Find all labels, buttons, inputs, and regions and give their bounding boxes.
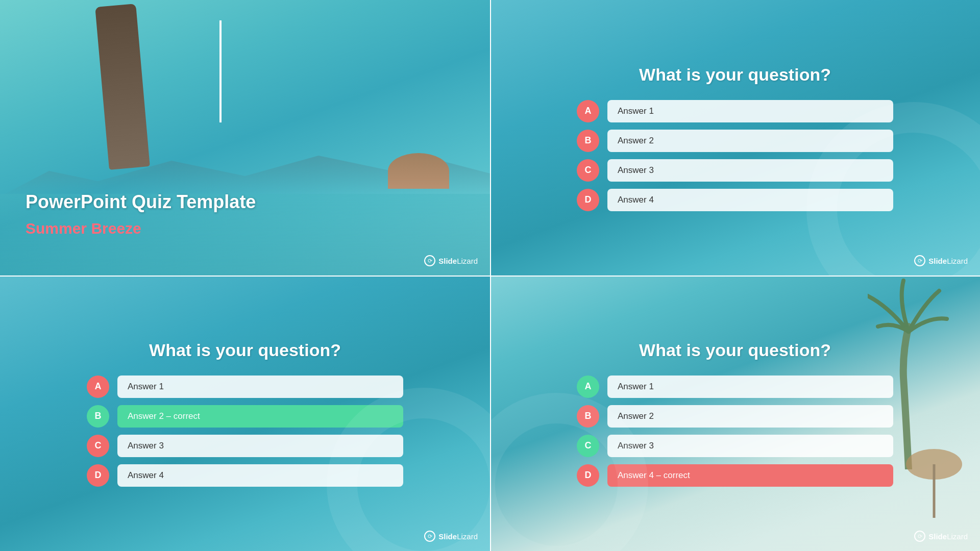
answer-box-4c: Answer 3 (607, 435, 893, 457)
answer-row-3a: A Answer 1 (87, 375, 403, 398)
badge-4b: B (577, 405, 599, 428)
logo-text-2: SlideLizard (928, 257, 968, 265)
badge-4d: D (577, 464, 599, 487)
palm-svg (868, 276, 949, 469)
answers-list-4: A Answer 1 B Answer 2 C Answer 3 D Answe… (577, 375, 893, 487)
answer-box-2c: Answer 3 (607, 159, 893, 182)
slide-subtitle: Summer Breeze (26, 220, 141, 237)
vertical-divider (490, 0, 491, 551)
answer-row-2b: B Answer 2 (577, 130, 893, 152)
beach-umbrella-decor (388, 153, 449, 189)
slide3-logo: ⟳ SlideLizard (424, 531, 478, 542)
boat-mast-decor (219, 20, 222, 122)
answer-box-3b: Answer 2 – correct (117, 405, 403, 428)
answer-box-3c: Answer 3 (117, 435, 403, 457)
badge-3a: A (87, 375, 109, 398)
answer-row-3d: D Answer 4 (87, 464, 403, 487)
answer-box-2b: Answer 2 (607, 130, 893, 152)
quiz-title-2: What is your question? (639, 65, 831, 85)
badge-3d: D (87, 464, 109, 487)
slide4-logo: ⟳ SlideLizard (914, 531, 968, 542)
answer-box-4a: Answer 1 (607, 375, 893, 398)
answer-row-2a: A Answer 1 (577, 100, 893, 122)
slide-2-quiz: What is your question? A Answer 1 B Answ… (490, 0, 980, 276)
answer-row-3c: C Answer 3 (87, 435, 403, 457)
badge-4c: C (577, 435, 599, 457)
badge-4a: A (577, 375, 599, 398)
badge-2b: B (577, 130, 599, 152)
slide2-logo: ⟳ SlideLizard (914, 255, 968, 266)
logo-icon-3: ⟳ (424, 531, 435, 542)
slide1-logo: ⟳ SlideLizard (424, 255, 478, 266)
logo-text: SlideLizard (438, 257, 478, 265)
slide-1-title: PowerPoint Quiz Template Summer Breeze ⟳… (0, 0, 490, 276)
logo-text-3: SlideLizard (438, 532, 478, 541)
answer-box-3d: Answer 4 (117, 464, 403, 487)
logo-icon: ⟳ (424, 255, 435, 266)
answer-box-2d: Answer 4 (607, 189, 893, 211)
slide-3-quiz: What is your question? A Answer 1 B Answ… (0, 276, 490, 551)
badge-3c: C (87, 435, 109, 457)
slide-title: PowerPoint Quiz Template (26, 190, 256, 214)
palm-tree-decor (95, 4, 150, 170)
badge-3b: B (87, 405, 109, 428)
quiz-title-3: What is your question? (149, 340, 341, 360)
logo-icon-4: ⟳ (914, 531, 925, 542)
answer-row-4d: D Answer 4 – correct (577, 464, 893, 487)
answers-list-3: A Answer 1 B Answer 2 – correct C Answer… (87, 375, 403, 487)
answer-box-4b: Answer 2 (607, 405, 893, 428)
badge-2d: D (577, 189, 599, 211)
beach-umbrella-svg (903, 444, 965, 520)
answer-row-2c: C Answer 3 (577, 159, 893, 182)
answer-box-4d: Answer 4 – correct (607, 464, 893, 487)
answer-box-3a: Answer 1 (117, 375, 403, 398)
answer-row-2d: D Answer 4 (577, 189, 893, 211)
quiz-title-4: What is your question? (639, 340, 831, 360)
slide-4-quiz: What is your question? A Answer 1 B Answ… (490, 276, 980, 551)
answer-row-3b: B Answer 2 – correct (87, 405, 403, 428)
answers-list-2: A Answer 1 B Answer 2 C Answer 3 D Answe… (577, 100, 893, 211)
answer-row-4a: A Answer 1 (577, 375, 893, 398)
logo-text-4: SlideLizard (928, 532, 968, 541)
answer-row-4b: B Answer 2 (577, 405, 893, 428)
logo-icon-2: ⟳ (914, 255, 925, 266)
answer-row-4c: C Answer 3 (577, 435, 893, 457)
badge-2c: C (577, 159, 599, 182)
badge-2a: A (577, 100, 599, 122)
answer-box-2a: Answer 1 (607, 100, 893, 122)
